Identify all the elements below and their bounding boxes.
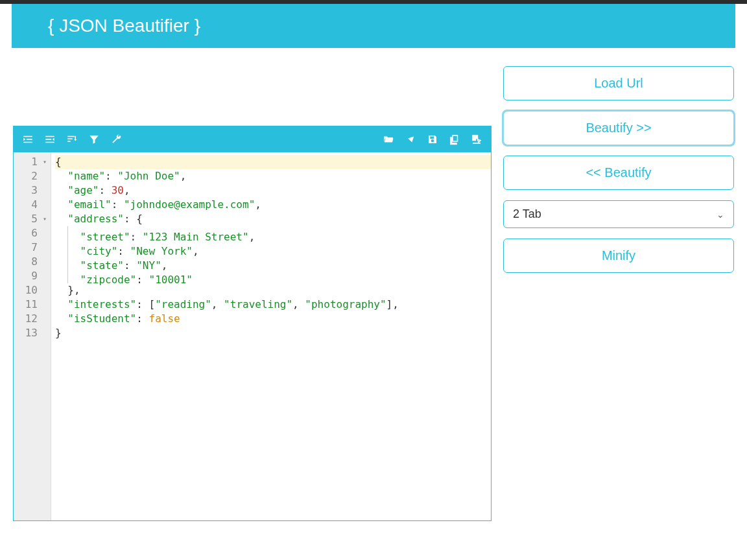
main-layout: 1▾2345▾678910111213 { "name": "John Doe"… [0,48,747,546]
clear-icon[interactable] [404,133,417,146]
code-line[interactable]: } [55,326,491,340]
folder-open-icon[interactable] [382,133,395,146]
save-icon[interactable] [426,133,439,146]
toolbar-left-group [21,133,123,146]
line-gutter: 1▾2345▾678910111213 [14,152,51,520]
minify-button[interactable]: Minify [503,239,734,273]
code-line[interactable]: "street": "123 Main Street", [55,226,491,240]
code-line[interactable]: "zipcode": "10001" [55,269,491,283]
edit-icon[interactable] [470,133,483,146]
line-number: 9 [21,269,47,283]
code-line[interactable]: "name": "John Doe", [55,169,491,183]
line-number: 10 [21,283,47,298]
editor-toolbar [14,126,491,152]
code-line[interactable]: "address": { [55,212,491,226]
line-number: 12 [21,312,47,326]
code-line[interactable]: "age": 30, [55,183,491,198]
indent-select[interactable]: 2 Tab ⌄ [503,200,734,228]
sort-icon[interactable] [65,133,78,146]
line-number: 13 [21,326,47,340]
line-number: 7 [21,240,47,255]
line-number: 1▾ [21,155,47,169]
app-header: { JSON Beautifier } [12,4,735,48]
line-number: 5▾ [21,212,47,226]
code-line[interactable]: { [55,155,491,169]
code-area[interactable]: 1▾2345▾678910111213 { "name": "John Doe"… [14,152,491,520]
line-number: 8 [21,255,47,269]
code-line[interactable]: "email": "johndoe@example.com", [55,198,491,212]
code-line[interactable]: "interests": ["reading", "traveling", "p… [55,298,491,312]
sidebar: Load Url Beautify >> << Beautify 2 Tab ⌄… [503,64,734,546]
editor-column: 1▾2345▾678910111213 { "name": "John Doe"… [13,126,492,546]
load-url-button[interactable]: Load Url [503,66,734,100]
chevron-down-icon: ⌄ [717,209,724,220]
code-line[interactable]: "city": "New York", [55,240,491,255]
beautify-right-button[interactable]: Beautify >> [503,111,734,145]
line-number: 6 [21,226,47,240]
beautify-left-button[interactable]: << Beautify [503,156,734,190]
indent-select-value: 2 Tab [513,207,541,221]
indent-left-icon[interactable] [43,133,56,146]
toolbar-right-group [382,133,483,146]
editor-panel: 1▾2345▾678910111213 { "name": "John Doe"… [13,126,492,521]
filter-icon[interactable] [88,133,101,146]
copy-icon[interactable] [448,133,461,146]
app-title: { JSON Beautifier } [48,16,200,36]
line-number: 4 [21,198,47,212]
wrench-icon[interactable] [110,133,123,146]
code-content[interactable]: { "name": "John Doe", "age": 30, "email"… [51,152,491,520]
line-number: 3 [21,183,47,198]
code-line[interactable]: "state": "NY", [55,255,491,269]
line-number: 11 [21,298,47,312]
line-number: 2 [21,169,47,183]
code-line[interactable]: "isStudent": false [55,312,491,326]
indent-right-icon[interactable] [21,133,34,146]
